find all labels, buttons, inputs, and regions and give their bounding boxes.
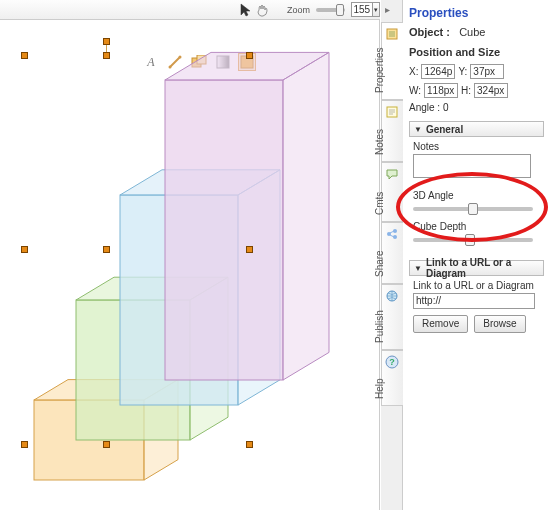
resize-handle-w[interactable] (21, 246, 28, 253)
general-header-label: General (426, 124, 463, 135)
tab-share[interactable]: Share (381, 222, 403, 284)
h-label: H: (461, 85, 471, 96)
comments-icon (385, 167, 399, 181)
angle3d-thumb[interactable] (468, 203, 478, 215)
h-input[interactable]: 324px (474, 83, 508, 98)
tab-label: Help (374, 378, 385, 399)
resize-handle-n[interactable] (103, 52, 110, 59)
tab-label: Properties (374, 47, 385, 93)
object-value: Cube (459, 26, 485, 38)
zoom-value-input[interactable]: 155 (351, 2, 373, 17)
side-tab-strip: ▸ Properties Notes Cmts Share Publish ? … (381, 0, 403, 510)
depth-label: Cube Depth (413, 221, 544, 232)
chevron-down-icon: ▼ (414, 264, 422, 273)
link-header-label: Link to a URL or a Diagram (426, 257, 543, 279)
general-content: Notes 3D Angle Cube Depth (409, 137, 544, 256)
zoom-label: Zoom (287, 5, 310, 15)
resize-handle-s[interactable] (103, 441, 110, 448)
top-toolbar: Zoom 155 ▾ (0, 0, 380, 20)
tab-notes[interactable]: Notes (381, 100, 403, 162)
size-row: W: 118px H: 324px (409, 83, 544, 98)
tab-help[interactable]: ? Help (381, 350, 403, 406)
object-row: Object : Cube (409, 26, 544, 38)
w-input[interactable]: 118px (424, 83, 458, 98)
panel-collapse-icon[interactable]: ▸ (385, 4, 390, 15)
resize-handle-e[interactable] (246, 246, 253, 253)
link-content: Link to a URL or a Diagram http:// Remov… (409, 276, 544, 337)
tab-comments[interactable]: Cmts (381, 162, 403, 222)
share-icon (385, 227, 399, 241)
link-accordion-header[interactable]: ▼Link to a URL or a Diagram (409, 260, 544, 276)
angle3d-slider[interactable] (413, 207, 533, 211)
y-input[interactable]: 37px (470, 64, 504, 79)
depth-thumb[interactable] (465, 234, 475, 246)
svg-marker-17 (283, 52, 329, 380)
notes-icon (385, 105, 399, 119)
selection-bounds (25, 56, 249, 444)
resize-handle-nw[interactable] (21, 52, 28, 59)
resize-handle-ne[interactable] (246, 52, 253, 59)
notes-label: Notes (413, 141, 544, 152)
x-input[interactable]: 1264p (421, 64, 455, 79)
notes-textarea[interactable] (413, 154, 531, 178)
rotate-handle[interactable] (103, 38, 110, 45)
panel-title: Properties (409, 6, 544, 20)
depth-slider[interactable] (413, 238, 533, 242)
properties-icon (385, 27, 399, 41)
remove-button[interactable]: Remove (413, 315, 468, 333)
tab-label: Notes (374, 129, 385, 155)
tab-label: Publish (374, 310, 385, 343)
select-tool-button[interactable] (240, 2, 251, 18)
tab-label: Cmts (374, 192, 385, 215)
link-label: Link to a URL or a Diagram (413, 280, 544, 291)
zoom-slider-thumb[interactable] (336, 4, 344, 16)
y-label: Y: (458, 66, 467, 77)
position-size-title: Position and Size (409, 46, 544, 58)
angle3d-label: 3D Angle (413, 190, 544, 201)
browse-button[interactable]: Browse (474, 315, 525, 333)
angle-row: Angle : 0 (409, 102, 544, 113)
x-label: X: (409, 66, 418, 77)
tab-label: Share (374, 250, 385, 277)
publish-icon (385, 289, 399, 303)
general-accordion-header[interactable]: ▼General (409, 121, 544, 137)
tab-publish[interactable]: Publish (381, 284, 403, 350)
canvas[interactable]: A (0, 20, 380, 510)
properties-panel: Properties Object : Cube Position and Si… (403, 0, 550, 510)
pan-tool-button[interactable] (255, 2, 269, 18)
position-row: X: 1264p Y: 37px (409, 64, 544, 79)
center-handle[interactable] (103, 246, 110, 253)
resize-handle-sw[interactable] (21, 441, 28, 448)
object-label: Object : (409, 26, 450, 38)
svg-text:?: ? (389, 357, 395, 367)
help-icon: ? (385, 355, 399, 369)
chevron-down-icon: ▼ (414, 125, 422, 134)
w-label: W: (409, 85, 421, 96)
tab-properties[interactable]: Properties (381, 22, 403, 100)
link-url-input[interactable]: http:// (413, 293, 535, 309)
resize-handle-se[interactable] (246, 441, 253, 448)
zoom-dropdown-button[interactable]: ▾ (373, 2, 380, 17)
zoom-slider[interactable] (316, 8, 345, 12)
